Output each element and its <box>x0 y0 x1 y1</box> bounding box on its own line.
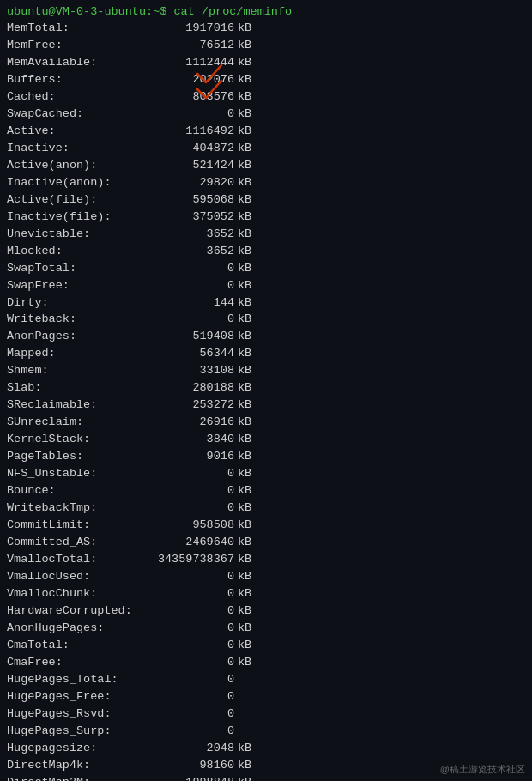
mem-key: KernelStack: <box>7 431 157 448</box>
mem-unit: kB <box>238 414 251 431</box>
table-row: Bounce:0kB <box>7 482 525 499</box>
mem-value: 0 <box>157 465 234 482</box>
mem-key: Inactive(file): <box>7 209 157 226</box>
table-row: Active:1116492kB <box>7 123 525 140</box>
mem-value: 3652 <box>157 226 234 243</box>
mem-unit: kB <box>238 209 251 226</box>
table-row: HugePages_Surp:0 <box>7 723 525 740</box>
table-row: Shmem:33108kB <box>7 362 525 379</box>
mem-value: 0 <box>157 723 234 740</box>
mem-value: 0 <box>157 311 234 328</box>
mem-unit: kB <box>238 243 251 260</box>
mem-key: HugePages_Surp: <box>7 723 157 740</box>
mem-key: Cached: <box>7 88 157 106</box>
mem-value: 202076 <box>157 71 234 88</box>
table-row: SwapTotal:0kB <box>7 260 525 277</box>
mem-value: 0 <box>157 620 234 637</box>
top-prompt: ubuntu@VM-0-3-ubuntu:~$ cat /proc/meminf… <box>7 5 525 18</box>
mem-key: HugePages_Rsvd: <box>7 705 157 723</box>
table-row: Active(anon):521424kB <box>7 157 525 174</box>
table-row: SwapFree:0kB <box>7 277 525 294</box>
mem-value: 0 <box>157 277 234 294</box>
prompt-text: ubuntu@VM-0-3-ubuntu:~$ cat /proc/meminf… <box>7 5 292 18</box>
mem-unit: kB <box>238 379 251 397</box>
mem-value: 0 <box>157 671 234 688</box>
mem-value: 33108 <box>157 362 234 379</box>
table-row: Mlocked:3652kB <box>7 243 525 260</box>
mem-key: Inactive: <box>7 140 157 157</box>
mem-unit: kB <box>238 328 251 345</box>
mem-key: Slab: <box>7 379 157 397</box>
mem-unit: kB <box>238 157 251 174</box>
table-row: CommitLimit:958508kB <box>7 517 525 534</box>
table-row: VmallocChunk:0kB <box>7 585 525 602</box>
mem-value: 3840 <box>157 431 234 448</box>
mem-unit: kB <box>238 620 251 637</box>
mem-value: 0 <box>157 688 234 705</box>
table-row: Slab:280188kB <box>7 379 525 397</box>
mem-key: VmallocChunk: <box>7 585 157 602</box>
mem-unit: kB <box>238 345 251 362</box>
mem-unit: kB <box>238 260 251 277</box>
mem-key: Active: <box>7 123 157 140</box>
mem-unit: kB <box>238 465 251 482</box>
mem-key: Committed_AS: <box>7 534 157 551</box>
mem-value: 1112444 <box>157 54 234 71</box>
mem-value: 0 <box>157 585 234 602</box>
mem-unit: kB <box>238 311 251 328</box>
mem-value: 803576 <box>157 88 234 106</box>
table-row: Committed_AS:2469640kB <box>7 534 525 551</box>
mem-unit: kB <box>238 757 251 774</box>
table-row: WritebackTmp:0kB <box>7 499 525 517</box>
mem-value: 76512 <box>157 37 234 54</box>
table-row: Unevictable:3652kB <box>7 226 525 243</box>
mem-key: Shmem: <box>7 362 157 379</box>
mem-key: WritebackTmp: <box>7 499 157 517</box>
mem-unit: kB <box>238 277 251 294</box>
table-row: KernelStack:3840kB <box>7 431 525 448</box>
mem-value: 1917016 <box>157 20 234 37</box>
mem-value: 375052 <box>157 209 234 226</box>
table-row: HugePages_Total:0 <box>7 671 525 688</box>
table-row: AnonHugePages:0kB <box>7 620 525 637</box>
mem-unit: kB <box>238 431 251 448</box>
mem-key: SUnreclaim: <box>7 414 157 431</box>
mem-unit: kB <box>238 654 251 671</box>
mem-key: Writeback: <box>7 311 157 328</box>
mem-unit: kB <box>238 740 251 757</box>
mem-value: 521424 <box>157 157 234 174</box>
mem-unit: kB <box>238 37 251 54</box>
table-row: Dirty:144kB <box>7 294 525 312</box>
mem-unit: kB <box>238 54 251 71</box>
mem-value: 56344 <box>157 345 234 362</box>
mem-key: AnonHugePages: <box>7 620 157 637</box>
table-row: Inactive(anon):29820kB <box>7 174 525 191</box>
mem-value: 280188 <box>157 379 234 397</box>
mem-key: Buffers: <box>7 71 157 88</box>
mem-unit: kB <box>238 174 251 191</box>
mem-unit: kB <box>238 637 251 654</box>
table-row: CmaTotal:0kB <box>7 637 525 654</box>
mem-key: CmaTotal: <box>7 637 157 654</box>
table-row: HugePages_Rsvd:0 <box>7 705 525 723</box>
mem-key: MemTotal: <box>7 20 157 37</box>
mem-key: Mlocked: <box>7 243 157 260</box>
mem-key: AnonPages: <box>7 328 157 345</box>
mem-key: DirectMap2M: <box>7 774 157 781</box>
mem-key: Inactive(anon): <box>7 174 157 191</box>
mem-value: 958508 <box>157 517 234 534</box>
mem-unit: kB <box>238 88 251 106</box>
mem-key: SReclaimable: <box>7 397 157 414</box>
mem-key: HardwareCorrupted: <box>7 602 157 620</box>
mem-key: Active(anon): <box>7 157 157 174</box>
mem-key: CommitLimit: <box>7 517 157 534</box>
mem-unit: kB <box>238 123 251 140</box>
mem-key: Hugepagesize: <box>7 740 157 757</box>
mem-unit: kB <box>238 140 251 157</box>
mem-value: 26916 <box>157 414 234 431</box>
table-row: MemTotal:1917016kB <box>7 20 525 37</box>
mem-value: 3652 <box>157 243 234 260</box>
mem-key: Bounce: <box>7 482 157 499</box>
mem-key: Mapped: <box>7 345 157 362</box>
table-row: Mapped:56344kB <box>7 345 525 362</box>
